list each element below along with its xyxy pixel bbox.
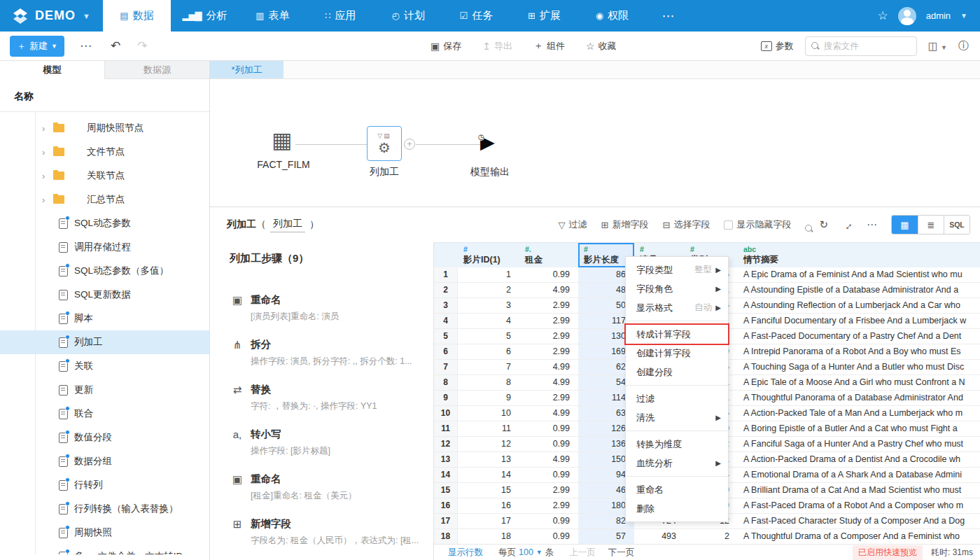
user-name[interactable]: admin xyxy=(926,10,951,21)
chevron-down-icon[interactable]: ▼ xyxy=(960,12,967,20)
menu-item[interactable]: 字段角色 ▶ xyxy=(626,279,728,298)
info-icon[interactable]: ⓘ xyxy=(958,39,969,52)
chevron-right-icon[interactable]: › xyxy=(42,123,45,134)
nav-tab[interactable]: ▥ 表单 xyxy=(239,0,307,31)
tree-item[interactable]: › 列加工 xyxy=(0,330,209,354)
undo-icon[interactable]: ↶ xyxy=(111,38,120,53)
tree-item[interactable]: › 数据分组 xyxy=(0,449,209,473)
chevron-down-icon[interactable]: ▼ xyxy=(536,549,542,556)
prev-page-button[interactable]: 上一页 xyxy=(569,547,596,559)
menu-item[interactable]: 创建计算字段 ▶ xyxy=(626,344,728,363)
nav-tab[interactable]: ▂▅▇ 分析 xyxy=(171,0,239,31)
chevron-right-icon[interactable]: › xyxy=(42,147,45,158)
menu-item[interactable]: 重命名 ▶ xyxy=(626,480,728,499)
export-button[interactable]: ↥导出 xyxy=(482,40,512,52)
column-header[interactable]: #. 租金 xyxy=(519,243,578,267)
menu-item[interactable]: 转成计算字段 ▶ xyxy=(626,325,728,344)
nav-tab[interactable]: ◴ 计划 xyxy=(374,0,442,31)
tree-item[interactable]: › 调用存储过程 xyxy=(0,235,209,259)
refresh-icon[interactable]: ↻ xyxy=(819,218,828,231)
view-list-button[interactable]: ≣ xyxy=(918,216,944,234)
transform-node-label[interactable]: 列加工 xyxy=(342,166,426,178)
more-actions-icon[interactable]: ⋯ xyxy=(80,38,92,53)
menu-item[interactable]: 显示格式 自动 ▶ xyxy=(626,298,728,317)
tree-item[interactable]: › 行列转换（输入表替换） xyxy=(0,497,209,521)
menu-item[interactable]: 过滤 ▶ xyxy=(626,389,728,408)
column-header[interactable]: # 影片ID(1) xyxy=(458,243,519,267)
panel-title-editable[interactable]: 列加工 xyxy=(270,218,305,232)
filter-button[interactable]: ▽过滤 xyxy=(559,218,587,231)
nav-tab[interactable]: ∷ 应用 xyxy=(307,0,374,31)
menu-item[interactable]: 血统分析 ▶ xyxy=(626,454,728,472)
add-node-icon[interactable]: + xyxy=(404,139,415,150)
step-item[interactable]: ⋔ 拆分 操作字段: 演员, 拆分字符: ,, 拆分个数: 1... xyxy=(230,338,419,368)
step-item[interactable]: ▣ 重命名 [租金]重命名: 租金（美元） xyxy=(230,472,419,502)
tab-datasource[interactable]: 数据源 xyxy=(104,61,209,79)
menu-item[interactable]: 字段类型 整型 ▶ xyxy=(626,260,728,279)
nav-tab[interactable]: ⊞ 扩展 xyxy=(510,0,578,31)
show-rows-link[interactable]: 显示行数 xyxy=(448,547,483,559)
step-item[interactable]: ⇄ 替换 字符: ，替换为: ·, 操作字段: YY1 xyxy=(230,383,419,412)
tree-item[interactable]: › 文件节点 xyxy=(0,140,209,164)
show-hidden-toggle[interactable]: 显示隐藏字段 xyxy=(724,218,791,231)
view-sql-button[interactable]: SQL xyxy=(944,216,969,234)
tree-item[interactable]: › 数值分段 xyxy=(0,426,209,449)
step-item[interactable]: a, 转小写 操作字段: [影片标题] xyxy=(230,428,419,457)
nav-tab[interactable]: ▤ 数据 xyxy=(103,0,171,31)
menu-item[interactable]: 转换为维度 ▶ xyxy=(626,435,728,454)
favorite-star-icon[interactable]: ☆ xyxy=(877,8,888,23)
source-table-node-icon[interactable]: ▦ xyxy=(272,130,292,152)
output-node-label[interactable]: 模型输出 xyxy=(448,166,532,178)
tree-item[interactable]: › 多csv文件合并、文本转ID xyxy=(0,545,209,554)
folder-icon xyxy=(53,195,64,204)
tree-item[interactable]: › 周期快照 xyxy=(0,521,209,545)
save-button[interactable]: ▣保存 xyxy=(430,40,461,52)
select-field-button[interactable]: ⊟选择字段 xyxy=(663,218,710,231)
source-node-label[interactable]: FACT_FILM xyxy=(241,159,326,170)
menu-item[interactable]: 清洗 ▶ xyxy=(626,408,728,427)
model-output-node-icon[interactable]: ▶◷ xyxy=(480,132,495,153)
tree-item[interactable]: › SQL动态参数（多值） xyxy=(0,259,209,283)
canvas-tab-active[interactable]: *列加工 xyxy=(210,61,284,78)
add-field-button[interactable]: ⊞新增字段 xyxy=(601,218,649,231)
favorite-button[interactable]: ☆收藏 xyxy=(586,40,617,52)
chevron-right-icon[interactable]: › xyxy=(42,195,45,205)
nav-tab[interactable]: ◉ 权限 xyxy=(578,0,646,31)
tree-item[interactable]: › 周期快照节点 xyxy=(0,116,209,140)
tree-item[interactable]: › 更新 xyxy=(0,378,209,402)
tree-item[interactable]: › 关联 xyxy=(0,354,209,378)
cell-summary: A Action-Packed Drama of a Dentist And a… xyxy=(738,452,980,467)
step-item[interactable]: ⊞ 新增字段 字段名为: 租金（人民币），表达式为: [租... xyxy=(230,517,419,547)
nav-tab[interactable]: ⋯ xyxy=(646,0,685,31)
chevron-right-icon[interactable]: › xyxy=(42,171,45,181)
layout-toggle-icon[interactable]: ◫ ▼ xyxy=(928,40,947,52)
tree-item[interactable]: › 汇总节点 xyxy=(0,188,209,211)
tab-model[interactable]: 模型 xyxy=(0,61,104,79)
nav-tab[interactable]: ☑ 任务 xyxy=(442,0,510,31)
params-button[interactable]: x参数 xyxy=(761,40,794,52)
logo[interactable]: DEMO ▼ xyxy=(0,0,103,31)
column-header[interactable]: abc 情节摘要 xyxy=(738,243,980,267)
transform-node[interactable]: ▽▤ ⚙ xyxy=(367,126,402,161)
tree-item[interactable]: › 脚本 xyxy=(0,307,209,330)
per-page-value[interactable]: 100 xyxy=(519,547,533,557)
tree-item[interactable]: › 联合 xyxy=(0,402,209,426)
next-page-button[interactable]: 下一页 xyxy=(608,547,635,559)
more-icon[interactable]: ⋯ xyxy=(867,218,877,231)
tree-item[interactable]: › SQL更新数据 xyxy=(0,283,209,307)
tree-item[interactable]: › SQL动态参数 xyxy=(0,211,209,235)
menu-item[interactable]: 删除 ▶ xyxy=(626,499,728,518)
view-table-button[interactable]: ▦ xyxy=(892,216,918,234)
search-input[interactable] xyxy=(824,41,901,51)
new-button[interactable]: ＋ 新建 ▼ xyxy=(10,36,64,57)
flow-canvas[interactable]: *列加工 ▦ FACT_FILM ▽▤ ⚙ + 列加工 ▶◷ 模型输出 xyxy=(210,61,980,206)
component-button[interactable]: ＋组件 xyxy=(533,40,565,52)
expand-icon[interactable]: ↔ xyxy=(839,217,855,233)
tree-item[interactable]: › 行转列 xyxy=(0,473,209,497)
avatar[interactable] xyxy=(898,7,916,25)
step-item[interactable]: ▣ 重命名 [演员列表]重命名: 演员 xyxy=(230,293,419,323)
redo-icon[interactable]: ↷ xyxy=(137,38,147,53)
checkbox-icon[interactable] xyxy=(724,220,733,230)
tree-item[interactable]: › 关联节点 xyxy=(0,164,209,188)
menu-item[interactable]: 创建分段 ▶ xyxy=(626,363,728,382)
